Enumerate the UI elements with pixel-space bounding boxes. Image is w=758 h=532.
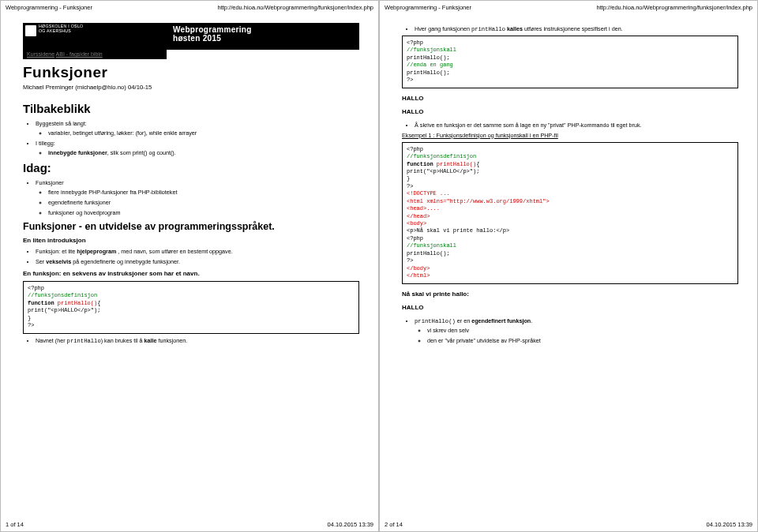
list-skrive: Å skrive en funksjon er det samme som å … (402, 122, 738, 129)
output-4: HALLO (402, 304, 738, 311)
course-title-1: Webprogrammering (173, 25, 359, 34)
header-url: http://edu.hioa.no/Webprogrammering/funk… (218, 4, 373, 11)
output-2: HALLO (402, 108, 738, 115)
li-funksjoner: Funksjoner flere innebygde PHP-funksjone… (36, 179, 359, 216)
c2l2: //funksjonskall (407, 47, 734, 54)
li-idag-a: flere innebygde PHP-funksjoner fra PHP-b… (48, 189, 359, 196)
page-h1: Funksjoner (23, 64, 359, 81)
c1l5: } (28, 315, 355, 322)
c1l4: print("<p>HALLO</p>"); (28, 307, 355, 314)
h3-intro: En liten introduksjon (23, 237, 359, 244)
page2-content: Hver gang funksjonen printHallo kalles u… (402, 23, 738, 511)
list-after-code1: Navnet (her printHallo) kan brukes til å… (23, 337, 359, 344)
li-sub-b: den er "vår private" utvidelse av PHP-sp… (427, 337, 738, 344)
c3l7: <!DOCTYPE ... (407, 190, 734, 197)
timestamp-2: 04.10.2015 13:39 (707, 521, 752, 528)
c3l14: //funksjonskall (407, 242, 734, 249)
li-idag-b: egendefinerte funksjoner (48, 199, 359, 206)
link-kurssidene[interactable]: Kurssidene (27, 51, 54, 57)
li-hvergang: Hver gang funksjonen printHallo kalles u… (415, 25, 738, 32)
c3l1: <?php (407, 146, 734, 153)
c3l10: </head> (407, 213, 734, 220)
page-num-1: 1 of 14 (6, 521, 24, 528)
logo: HØGSKOLEN I OSLO OG AKERSHUS (25, 24, 83, 36)
li-byg-inner: variabler, betinget utføring, løkker: (f… (48, 129, 359, 137)
li-itillegg: I tillegg: innebygde funksjoner, slik so… (36, 140, 359, 156)
page-num-2: 2 of 14 (385, 521, 403, 528)
h3-seq: En funksjon: en sekvens av instruksjoner… (23, 270, 359, 277)
output-1: HALLO (402, 95, 738, 102)
output-3: Nå skal vi printe hallo: (402, 290, 738, 298)
c2l5: printHallo(); (407, 69, 734, 77)
li-intro-a: Funksjon: et lite hjelpeprogram , med na… (36, 248, 359, 255)
page-header: Webprogrammering - Funksjoner http://edu… (6, 4, 373, 11)
c3l11: <body> (407, 220, 734, 227)
title-cell: Webprogrammering høsten 2015 (167, 23, 359, 50)
c3l17: </body> (407, 265, 734, 272)
li-sub-a: vi skrev den selv (427, 327, 738, 334)
list-idag: Funksjoner flere innebygde PHP-funksjone… (23, 179, 359, 216)
c3l18: </html> (407, 272, 734, 279)
list-intro: Funksjon: et lite hjelpeprogram , med na… (23, 248, 359, 265)
c3l4: print("<p>HALLO</p>"); (407, 168, 734, 175)
logo-text: HØGSKOLEN I OSLO OG AKERSHUS (39, 24, 83, 33)
li-navnet: Navnet (her printHallo) kan brukes til å… (36, 337, 359, 344)
course-title-2: høsten 2015 (173, 34, 359, 43)
c2l3: printHallo(); (407, 54, 734, 62)
c3l12: <p>Nå skal vi printe hallo:</p> (407, 227, 734, 234)
header-title: Webprogrammering - Funksjoner (6, 4, 92, 11)
li-idag-c: funksjoner og hovedprogram (48, 209, 359, 216)
page-1: Webprogrammering - Funksjoner http://edu… (0, 0, 379, 532)
c2l6: ?> (407, 77, 734, 84)
series-bar: Kurssidene ABI - fagsider bibin (23, 50, 167, 59)
page-wrap: Webprogrammering - Funksjoner http://edu… (0, 0, 758, 532)
timestamp-1: 04.10.2015 13:39 (328, 521, 373, 528)
author-line: Michael Preminger (michaelp@hio.no) 04/1… (23, 84, 359, 91)
code-block-3: <?php //funksjonsdefinisjon function pri… (402, 142, 738, 284)
li-byggestein: Byggestein så langt: variabler, betinget… (36, 120, 359, 137)
list-egfunk: printHallo() er en egendefinert funksjon… (402, 317, 738, 344)
li-egfunk: printHallo() er en egendefinert funksjon… (415, 317, 738, 344)
page1-content: HØGSKOLEN I OSLO OG AKERSHUS Webprogramm… (23, 23, 359, 511)
c1l3: function printHallo(){ (28, 300, 355, 307)
li-innebygde: innebygde funksjoner, slik som print() o… (48, 149, 359, 156)
h2-idag: Idag: (23, 161, 359, 174)
c3l3: function printHallo(){ (407, 161, 734, 168)
logo-cell: HØGSKOLEN I OSLO OG AKERSHUS (23, 23, 167, 50)
page-2: Webprogrammering - Funksjoner http://edu… (379, 0, 758, 532)
page-footer-1: 1 of 14 04.10.2015 13:39 (6, 521, 373, 528)
header-url-2: http://edu.hioa.no/Webprogrammering/funk… (597, 4, 752, 11)
li-skrive: Å skrive en funksjon er det samme som å … (415, 122, 738, 129)
c1l2: //funksjonsdefinisjon (28, 292, 355, 299)
p-eksempel: Eksempel 1 : Funksjonsdefinisjon og funk… (402, 132, 738, 139)
page-header-2: Webprogrammering - Funksjoner http://edu… (385, 4, 752, 11)
link-abi[interactable]: ABI - fagsider bibin (56, 51, 103, 57)
banner: HØGSKOLEN I OSLO OG AKERSHUS Webprogramm… (23, 23, 359, 50)
c3l9: <head>.... (407, 205, 734, 212)
page-footer-2: 2 of 14 04.10.2015 13:39 (385, 521, 752, 528)
c3l6: ?> (407, 183, 734, 190)
c1l6: ?> (28, 322, 355, 329)
c2l1: <?php (407, 39, 734, 47)
h2-tilbakeblikk: Tilbakeblikk (23, 102, 359, 115)
logo-line2: OG AKERSHUS (39, 29, 83, 34)
list-top2: Hver gang funksjonen printHallo kalles u… (402, 25, 738, 32)
logo-mark-icon (25, 25, 36, 36)
c3l2: //funksjonsdefinisjon (407, 153, 734, 160)
header-title-2: Webprogrammering - Funksjoner (385, 4, 471, 11)
c3l15: printHallo(); (407, 250, 734, 257)
c3l13: <?php (407, 235, 734, 242)
list-tilbake: Byggestein så langt: variabler, betinget… (23, 120, 359, 156)
c3l16: ?> (407, 257, 734, 264)
li-intro-b: Ser vekselvis på egendefinerte og inneby… (36, 258, 359, 265)
c3l8: <html xmlns="http://www.w3.org/1999/xhtm… (407, 198, 734, 205)
h2-utvidelse: Funksjoner - en utvidelse av programmeri… (23, 221, 359, 232)
c1l1: <?php (28, 285, 355, 292)
c3l5: } (407, 175, 734, 182)
code-block-1: <?php //funksjonsdefinisjon function pri… (23, 281, 359, 334)
code-block-2: <?php //funksjonskall printHallo(); //en… (402, 36, 738, 88)
c2l4: //enda en gang (407, 62, 734, 69)
